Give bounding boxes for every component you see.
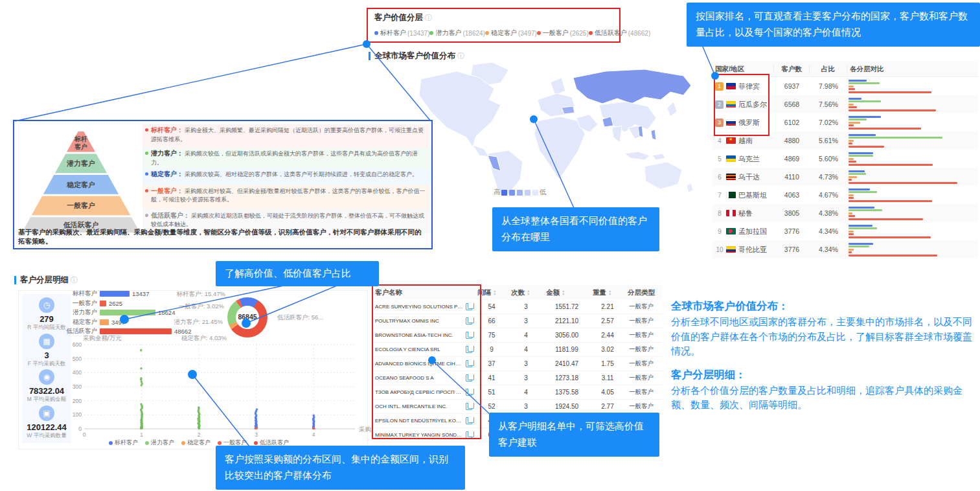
customer-col-header: 间隔▲▼ [475,288,508,297]
customer-name: ECOLOGIA Y CIENCIA SRL [375,347,464,352]
info-icon[interactable]: ⓘ [425,14,432,21]
country-row[interactable]: 3俄罗斯61027.02% [712,113,978,131]
scatter-legend-item[interactable]: 标杆客户 [109,439,138,447]
copy-icon[interactable] [466,332,472,339]
flag-icon-ec [726,101,736,108]
customer-row[interactable]: ECOLOGIA Y CIENCIA SRL941181.993.02一般客户 [372,343,662,357]
legend-dot-icon [485,31,489,35]
country-row[interactable]: 2厄瓜多尔65687.56% [712,95,978,113]
rank-number: 8 [715,210,724,217]
country-share: 5.61% [810,137,847,144]
customer-col-header: 分层类型 [625,288,662,297]
info-icon[interactable]: ⓘ [457,51,464,61]
flag-icon-ph [726,83,736,89]
country-tier-bars [847,133,978,148]
copy-icon[interactable] [466,389,472,396]
country-row[interactable]: 8秘鲁38054.38% [712,204,978,222]
sort-icon[interactable]: ▲▼ [527,290,530,295]
copy-icon[interactable] [466,346,472,353]
scatter-point [140,367,142,370]
copy-icon[interactable] [466,417,472,424]
tier-desc-text: 潜力客户：采购频次较低，但近期有活跃或采购金额大的客户群体，这些客户具有成为高价… [151,149,429,167]
tier-mini-bar [849,128,921,130]
country-row[interactable]: 7巴基斯坦40634.67% [712,186,978,204]
tier-mini-bar [849,100,881,102]
country-row[interactable]: 1菲律宾69377.98% [712,77,978,95]
country-row[interactable]: 4越南48805.61% [712,131,978,150]
tier-mini-bar [849,143,852,144]
legend-item[interactable]: 潜力客户 (18624) [429,29,484,38]
tier-bar [100,310,155,315]
country-row[interactable]: 6乌干达41104.73% [712,168,978,186]
legend-dot-icon [218,441,222,445]
legend-label: 稳定客户 [491,29,517,38]
country-tier-bars [847,242,978,257]
tier-mini-bar [849,82,880,84]
legend-item[interactable]: 低活跃客户 (48662) [589,29,650,38]
copy-icon[interactable] [466,317,472,325]
customer-name-cell: EPSİLON NDT ENDÜSTRİYEL KONTROL SİSTEMLE… [372,417,475,424]
map-color-legend: 高 低 [494,188,546,197]
customer-row[interactable]: OCEANO SEAFOOD S A4131273.183.11一般客户 [372,371,662,385]
country-row[interactable]: 9孟加拉国37764.34% [712,222,978,240]
legend-items: 标杆客户 (13437)潜力客户 (18624)稳定客户 (3497)一般客户 … [374,29,615,38]
copy-icon[interactable] [466,374,472,382]
customer-col-header: 金额▲▼ [543,288,590,297]
scatter-legend-item[interactable]: 潜力客户 [145,439,174,447]
customer-amount: 3056.00 [543,332,590,339]
rank-badge: 3 [715,119,724,127]
tier-description: 稳定客户：采购频次较高、相对稳定的客户群体，这类客户可长期持续跟进，转变成自己的… [142,168,431,185]
tier-mini-bar [849,119,867,120]
pyramid-tier-label: 标杆 [74,135,87,143]
customer-col-header: 重量▲▼ [590,288,625,297]
scatter-legend-item[interactable]: 稳定客户 [181,439,211,447]
customer-name: ТЗОВ АКРОБУД СЕРВІС ПРОСП ПЕРЕМОГИ 91 [375,389,464,395]
customer-row[interactable]: ТЗОВ АКРОБУД СЕРВІС ПРОСП ПЕРЕМОГИ 91514… [372,385,662,400]
customer-interval: 66 [475,317,508,325]
tier-mini-bar [849,209,882,211]
info-icon[interactable]: ⓘ [71,275,78,285]
country-name: 菲律宾 [738,82,760,91]
tier-desc-body: 采购频次相对较高、但采购金额/数量相对较低客户群体，这类客户的客单价较低，客户价… [151,188,426,203]
customer-row[interactable]: ADVANCED BİONİCS İŞİTME CİHAZLARI TİCARE… [372,357,662,371]
copy-icon[interactable] [466,303,472,310]
country-row[interactable]: 5乌克兰48695.60% [712,150,978,168]
customer-row[interactable]: POULTRYMAX OMNIS INC6632121.102.57一般客户 [372,314,662,328]
axis-tick-label: 200 [73,398,82,404]
legend-item[interactable]: 标杆客户 (13437) [374,29,429,38]
customer-col-label: 客户名称 [375,288,402,297]
country-name-cell: 5乌克兰 [712,154,774,164]
copy-icon[interactable] [466,403,472,410]
sort-icon[interactable]: ▲▼ [608,290,611,295]
copy-icon[interactable] [466,360,472,367]
customer-tier: 一般客户 [625,303,662,311]
sort-icon[interactable]: ▲▼ [493,290,496,295]
customer-tier: 一般客户 [625,388,662,396]
legend-item[interactable]: 稳定客户 (3497) [485,29,537,38]
sort-icon[interactable]: ▲▼ [562,290,565,295]
side-notes: 全球市场客户价值分布： 分析全球不同地区或国家的客群分布，主要集中的市场排名，以… [671,299,977,422]
customer-row[interactable]: ACRE SURVEYING SOLUTIONS PERU S A C AC54… [372,300,662,314]
customer-row[interactable]: BROWNSTONE ASIA-TECH INC.7543056.002.44一… [372,328,662,343]
customer-tier: 一般客户 [625,331,662,339]
copy-icon[interactable] [466,431,472,439]
country-share: 5.60% [810,155,847,163]
tier-bar-value: 2625 [109,300,122,307]
title-accent-bar [14,276,16,284]
legend-dot-icon [589,31,593,35]
rank-number: 9 [715,228,724,235]
legend-dot-icon [429,31,433,35]
legend-item[interactable]: 一般客户 (2625) [537,29,589,38]
tier-desc-label: 低活跃客户： [151,212,190,219]
customer-name-cell: OCH INTL. MERCANTILE INC. [372,403,475,410]
country-row[interactable]: 10哥伦比亚37764.34% [712,240,978,258]
customer-row[interactable]: OCH INTL. MERCANTILE INC.5231924.502.77一… [372,400,662,414]
pyramid-footer-note: 基于客户的采购频次、最近采购间隔、采购金额/数量等维度，智能区分客户价值等级，识… [18,228,427,246]
scatter-point [140,403,142,405]
tier-mini-bar [849,249,854,251]
tier-mini-bar [849,109,936,111]
tier-bar-value: 3497 [111,319,125,326]
axis-tick-label: 400 [73,369,82,376]
tier-mini-bar [849,191,877,193]
axis-tick-label: 4 [312,431,315,438]
